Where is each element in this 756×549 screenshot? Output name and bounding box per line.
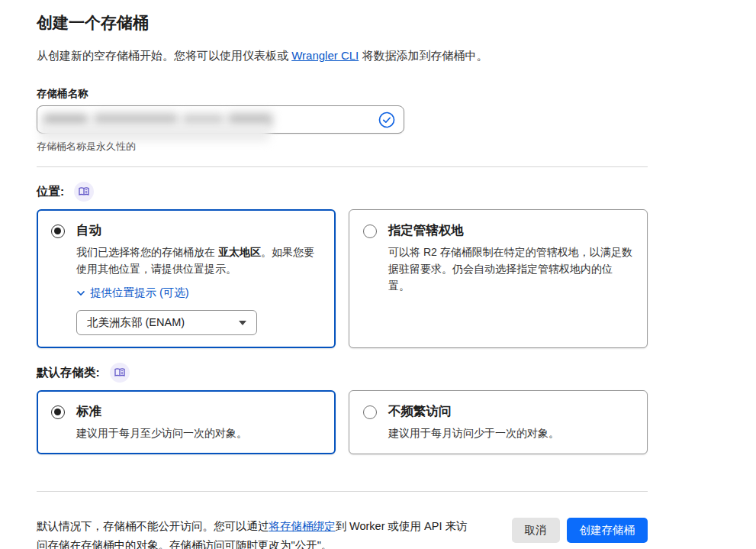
bucket-binding-link[interactable]: 将存储桶绑定 xyxy=(269,520,336,532)
region-highlight: 亚太地区 xyxy=(218,246,261,258)
storage-class-option-infrequent-access[interactable]: 不频繁访问 建议用于每月访问少于一次的对象。 xyxy=(349,390,648,454)
open-book-icon[interactable] xyxy=(74,182,94,202)
open-book-icon[interactable] xyxy=(110,363,130,383)
footer-divider xyxy=(37,491,648,492)
create-bucket-form: 创建一个存储桶 从创建新的空存储桶开始。您将可以使用仪表板或 Wrangler … xyxy=(0,0,648,549)
location-section-label: 位置: xyxy=(37,184,64,200)
bucket-name-input[interactable] xyxy=(37,105,404,134)
option-description: 我们已选择将您的存储桶放在 亚太地区。如果您要使用其他位置，请提供位置提示。 xyxy=(76,244,321,277)
bucket-name-label: 存储桶名称 xyxy=(37,87,648,101)
option-title: 指定管辖权地 xyxy=(388,222,633,238)
option-title: 标准 xyxy=(76,403,321,419)
chevron-down-icon xyxy=(76,290,85,296)
dropdown-caret-icon xyxy=(239,321,246,325)
radio-button-infrequent-access[interactable] xyxy=(363,405,377,419)
cancel-button[interactable]: 取消 xyxy=(512,518,560,543)
option-description: 建议用于每月至少访问一次的对象。 xyxy=(76,425,321,441)
wrangler-cli-link[interactable]: Wrangler CLI xyxy=(291,49,359,62)
bucket-name-helper: 存储桶名称是永久性的 xyxy=(37,140,648,153)
radio-button-jurisdiction[interactable] xyxy=(363,224,377,238)
storage-class-section-label: 默认存储类: xyxy=(37,365,100,381)
storage-class-options: 标准 建议用于每月至少访问一次的对象。 不频繁访问 建议用于每月访问少于一次的对… xyxy=(37,390,648,454)
location-option-jurisdiction[interactable]: 指定管辖权地 可以将 R2 存储桶限制在特定的管辖权地，以满足数据驻留要求。仍会… xyxy=(349,209,648,348)
page-title: 创建一个存储桶 xyxy=(37,12,648,34)
location-options: 自动 我们已选择将您的存储桶放在 亚太地区。如果您要使用其他位置，请提供位置提示… xyxy=(37,209,648,348)
option-title: 自动 xyxy=(76,222,321,238)
intro-text-after: 将数据添加到存储桶中。 xyxy=(359,49,487,62)
option-description: 可以将 R2 存储桶限制在特定的管辖权地，以满足数据驻留要求。仍会自动选择指定管… xyxy=(388,244,633,294)
radio-button-automatic[interactable] xyxy=(51,224,65,238)
location-hint-select[interactable]: 北美洲东部 (ENAM) xyxy=(76,310,257,335)
option-description: 建议用于每月访问少于一次的对象。 xyxy=(388,425,633,441)
location-option-automatic[interactable]: 自动 我们已选择将您的存储桶放在 亚太地区。如果您要使用其他位置，请提供位置提示… xyxy=(37,209,336,348)
section-divider xyxy=(37,166,648,167)
access-note: 默认情况下，存储桶不能公开访问。您可以通过将存储桶绑定到 Worker 或使用 … xyxy=(37,517,468,549)
storage-class-option-standard[interactable]: 标准 建议用于每月至少访问一次的对象。 xyxy=(37,390,336,454)
option-title: 不频繁访问 xyxy=(388,403,633,419)
radio-button-standard[interactable] xyxy=(51,405,65,419)
location-hint-toggle[interactable]: 提供位置提示 (可选) xyxy=(76,286,321,300)
location-hint-selected-value: 北美洲东部 (ENAM) xyxy=(87,315,185,330)
intro-text-before: 从创建新的空存储桶开始。您将可以使用仪表板或 xyxy=(37,49,291,62)
location-hint-label: 提供位置提示 (可选) xyxy=(90,286,189,300)
intro-text: 从创建新的空存储桶开始。您将可以使用仪表板或 Wrangler CLI 将数据添… xyxy=(37,47,648,63)
create-bucket-button[interactable]: 创建存储桶 xyxy=(567,518,648,543)
check-circle-icon xyxy=(378,111,395,128)
